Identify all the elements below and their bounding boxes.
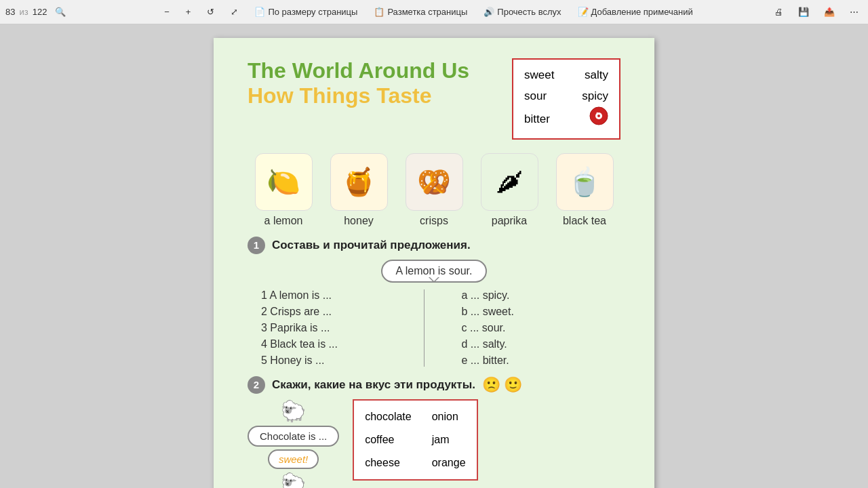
food-item-blacktea: 🍵 black tea xyxy=(556,153,614,227)
lemon-image: 🍋 xyxy=(255,153,313,211)
answer-e: e ... bitter. xyxy=(462,354,608,367)
food-item-crisps: 🥨 crisps xyxy=(406,153,463,227)
food-item-paprika: 🌶 paprika xyxy=(481,153,538,227)
title-sub: How Things Taste xyxy=(248,83,469,108)
answer-d: d ... salty. xyxy=(462,338,608,350)
markup-icon: 📋 xyxy=(374,7,384,17)
sentence-1: 1 A lemon is ... xyxy=(261,289,407,302)
zoom-in-button[interactable]: + xyxy=(182,5,195,18)
word-spicy: spicy xyxy=(582,86,608,107)
honey-image: 🍯 xyxy=(330,153,388,211)
total-pages: 122 xyxy=(33,7,47,17)
notes-icon: 📝 xyxy=(578,7,589,17)
sentence-4: 4 Black tea is ... xyxy=(261,338,407,350)
title-main: The World Around Us xyxy=(248,58,469,83)
title-section: The World Around Us How Things Taste swe… xyxy=(248,58,620,140)
crisps-image: 🥨 xyxy=(406,153,463,211)
current-page: 83 xyxy=(5,7,15,17)
save-button[interactable]: 💾 xyxy=(794,5,813,18)
word-bitter: bitter xyxy=(524,109,550,130)
svg-text:●: ● xyxy=(596,110,598,115)
word-coffee: coffee xyxy=(365,429,412,451)
word-box-row3: bitter ● xyxy=(524,106,608,133)
lemon-label: a lemon xyxy=(264,215,303,227)
word-sweet: sweet xyxy=(524,65,554,86)
word-cheese: cheese xyxy=(365,452,412,474)
toolbar: 83 из 122 🔍 − + ↺ ⤢ 📄 По размеру страниц… xyxy=(0,0,868,24)
word-jam: jam xyxy=(432,429,466,451)
food-images-row: 🍋 a lemon 🍯 honey 🥨 crisps 🌶 paprika 🍵 b… xyxy=(248,153,620,227)
sentences-left: 1 A lemon is ... 2 Crisps are ... 3 Papr… xyxy=(261,289,407,367)
add-notes-button[interactable]: 📝 Добавление примечаний xyxy=(574,5,697,18)
sweet-bubble: sweet! xyxy=(268,449,319,469)
cd-icon: ● xyxy=(589,106,608,133)
blacktea-image: 🍵 xyxy=(556,153,614,211)
more-button[interactable]: ⋯ xyxy=(846,5,863,18)
exercise-1: 1 Составь и прочитай предложения. A lemo… xyxy=(248,237,620,367)
paprika-label: paprika xyxy=(492,215,527,227)
exercise-2-title: Скажи, какие на вкус эти продукты. xyxy=(272,378,475,392)
exercise-2-content: 🐑 Chocolate is ... sweet! 🐑 chocolate co… xyxy=(248,399,620,488)
exercise-2-header: 2 Скажи, какие на вкус эти продукты. 🙁 🙂 xyxy=(248,376,620,394)
word-grid-box: chocolate coffee cheese onion jam orange xyxy=(353,399,477,481)
share-button[interactable]: 📤 xyxy=(820,5,839,18)
title-text: The World Around Us How Things Taste xyxy=(248,58,469,108)
word-orange: orange xyxy=(432,452,466,474)
read-aloud-button[interactable]: 🔊 Прочесть вслух xyxy=(479,5,565,18)
word-onion: onion xyxy=(432,406,466,428)
read-aloud-icon: 🔊 xyxy=(484,7,494,17)
word-chocolate: chocolate xyxy=(365,406,412,428)
avatar-left: 🐑 xyxy=(281,399,306,423)
toolbar-right-controls: 🖨 💾 📤 ⋯ xyxy=(770,5,863,18)
markup-button[interactable]: 📋 Разметка страницы xyxy=(370,5,471,18)
face-icon-2: 🙂 xyxy=(504,376,522,394)
sentences-divider xyxy=(424,289,425,367)
toolbar-center-controls: − + ↺ ⤢ 📄 По размеру страницы 📋 Разметка… xyxy=(92,5,765,18)
sentences-right: a ... spicy. b ... sweet. c ... sour. d … xyxy=(441,289,608,367)
face-icons-wrap: 🙁 🙂 xyxy=(482,376,522,394)
exercise-1-example-bubble: A lemon is sour. xyxy=(381,260,488,283)
exercise-1-title: Составь и прочитай предложения. xyxy=(272,239,471,252)
exercise-2-character: 🐑 Chocolate is ... sweet! 🐑 xyxy=(248,399,339,488)
avatar-right: 🐑 xyxy=(281,472,306,488)
svg-point-2 xyxy=(597,115,600,117)
sentence-2: 2 Crisps are ... xyxy=(261,306,407,318)
answer-c: c ... sour. xyxy=(462,322,608,334)
fit-button[interactable]: ⤢ xyxy=(226,5,242,18)
exercise-2: 2 Скажи, какие на вкус эти продукты. 🙁 🙂… xyxy=(248,376,620,488)
exercise-1-number: 1 xyxy=(248,237,265,254)
word-grid-row1: chocolate coffee cheese onion jam orange xyxy=(365,406,465,474)
exercise-2-number: 2 xyxy=(248,376,265,394)
zoom-out-button[interactable]: − xyxy=(160,5,174,18)
page-content: The World Around Us How Things Taste swe… xyxy=(214,38,654,488)
answer-a: a ... spicy. xyxy=(462,289,608,302)
notes-label: Добавление примечаний xyxy=(591,7,693,17)
fit-page-label: По размеру страницы xyxy=(268,7,357,17)
exercise-1-header: 1 Составь и прочитай предложения. xyxy=(248,237,620,254)
word-sour: sour xyxy=(524,86,547,107)
crisps-label: crisps xyxy=(420,215,448,227)
sentences-area: 1 A lemon is ... 2 Crisps are ... 3 Papr… xyxy=(248,289,620,367)
paprika-image: 🌶 xyxy=(481,153,538,211)
speech-bubble-wrap: A lemon is sour. xyxy=(248,260,620,283)
honey-label: honey xyxy=(344,215,374,227)
rotate-button[interactable]: ↺ xyxy=(203,5,218,18)
search-button[interactable]: 🔍 xyxy=(51,5,70,18)
food-item-lemon: 🍋 a lemon xyxy=(255,153,313,227)
markup-label: Разметка страницы xyxy=(387,7,467,17)
word-box: sweet salty sour spicy bitter ● xyxy=(512,58,620,140)
main-content-area: The World Around Us How Things Taste swe… xyxy=(0,24,868,488)
sentence-5: 5 Honey is ... xyxy=(261,354,407,367)
read-aloud-label: Прочесть вслух xyxy=(497,7,561,17)
print-button[interactable]: 🖨 xyxy=(770,5,787,18)
blacktea-label: black tea xyxy=(563,215,606,227)
fit-page-button[interactable]: 📄 По размеру страницы xyxy=(250,5,361,18)
word-salty: salty xyxy=(585,65,608,86)
word-box-row2: sour spicy xyxy=(524,86,608,107)
chocolate-bubble: Chocolate is ... xyxy=(248,426,339,447)
face-icon-1: 🙁 xyxy=(482,376,500,394)
page-navigation: 83 из 122 🔍 xyxy=(5,5,87,18)
food-item-honey: 🍯 honey xyxy=(330,153,388,227)
word-col-left: chocolate coffee cheese xyxy=(365,406,412,474)
word-box-row1: sweet salty xyxy=(524,65,608,86)
